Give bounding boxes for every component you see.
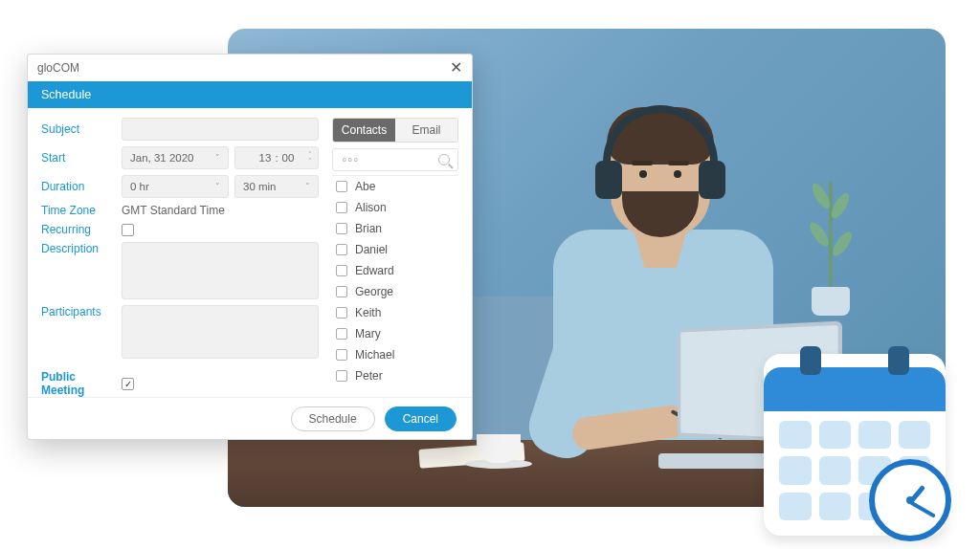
contact-item[interactable]: Abe: [332, 176, 458, 197]
contact-checkbox[interactable]: [336, 244, 347, 255]
start-time-input[interactable]: 13 : 00 ˄˅: [234, 146, 319, 169]
duration-hours-select[interactable]: 0 hr ˅: [122, 175, 229, 198]
contact-checkbox[interactable]: [336, 181, 347, 192]
contact-checkbox[interactable]: [336, 328, 347, 340]
start-hour: 13: [259, 152, 272, 164]
header-label: Schedule: [41, 88, 91, 101]
label-duration: Duration: [41, 180, 116, 193]
section-header: Schedule: [28, 81, 472, 108]
contact-list: AbeAlisonBrianDanielEdwardGeorgeKeithMar…: [332, 175, 458, 389]
contact-name: Edward: [355, 264, 394, 277]
participants-box[interactable]: [122, 305, 319, 359]
contact-item[interactable]: Edward: [332, 260, 458, 281]
search-icon: [438, 154, 450, 165]
tab-contacts[interactable]: Contacts: [333, 119, 395, 142]
contact-item[interactable]: Brian: [332, 218, 458, 239]
contact-name: Abe: [355, 180, 375, 193]
public-meeting-checkbox[interactable]: ✓: [122, 378, 134, 390]
label-participants: Participants: [41, 305, 116, 318]
window-title: gloCOM: [37, 61, 79, 75]
tab-email[interactable]: Email: [395, 119, 457, 142]
chevron-down-icon: ˅: [215, 153, 220, 163]
contact-name: Michael: [355, 348, 394, 362]
chevron-down-icon: ˅: [305, 182, 310, 191]
close-icon[interactable]: ✕: [450, 60, 462, 76]
contacts-column: Contacts Email ∘∘∘ AbeAlisonBrianDanielE…: [332, 118, 458, 389]
cancel-button[interactable]: Cancel: [385, 406, 457, 431]
contact-name: Mary: [355, 327, 381, 340]
contact-checkbox[interactable]: [336, 223, 347, 234]
share-icon: ∘∘∘: [341, 153, 358, 166]
start-date-select[interactable]: Jan, 31 2020 ˅: [122, 146, 229, 169]
duration-hours-value: 0 hr: [130, 181, 149, 192]
contact-name: Alison: [355, 201, 387, 214]
subject-input[interactable]: [122, 118, 319, 141]
time-separator: :: [275, 152, 278, 164]
label-public-meeting: Public Meeting: [41, 370, 116, 397]
contact-checkbox[interactable]: [336, 307, 347, 318]
contact-search-input[interactable]: ∘∘∘: [332, 148, 458, 171]
schedule-meeting-window: gloCOM ✕ Schedule Subject Start Jan, 31 …: [27, 54, 473, 440]
contact-checkbox[interactable]: [336, 265, 347, 276]
label-start: Start: [41, 151, 116, 165]
calendar-clock-icon: [764, 354, 946, 536]
form-column: Subject Start Jan, 31 2020 ˅ 13 : 00 ˄˅: [41, 118, 319, 389]
label-description: Description: [41, 242, 116, 255]
contact-checkbox[interactable]: [336, 349, 347, 361]
contact-item[interactable]: Samuel: [332, 386, 458, 389]
contact-name: George: [355, 285, 393, 298]
contact-item[interactable]: Keith: [332, 302, 458, 323]
duration-minutes-select[interactable]: 30 min ˅: [234, 175, 319, 198]
contact-checkbox[interactable]: [336, 370, 347, 382]
schedule-button[interactable]: Schedule: [291, 406, 375, 431]
label-subject: Subject: [41, 122, 116, 136]
duration-minutes-value: 30 min: [243, 181, 277, 192]
recurring-checkbox[interactable]: [122, 224, 134, 236]
contact-checkbox[interactable]: [336, 202, 347, 213]
contact-item[interactable]: Daniel: [332, 239, 458, 260]
contact-item[interactable]: Michael: [332, 344, 458, 365]
start-minute: 00: [282, 152, 295, 164]
chevron-down-icon: ˅: [215, 182, 220, 191]
titlebar: gloCOM ✕: [28, 55, 472, 81]
contact-item[interactable]: George: [332, 281, 458, 302]
start-date-value: Jan, 31 2020: [130, 152, 194, 164]
contact-checkbox[interactable]: [336, 286, 347, 297]
contact-name: Brian: [355, 222, 382, 235]
contact-name: Keith: [355, 306, 381, 319]
contact-name: Daniel: [355, 243, 388, 256]
label-recurring: Recurring: [41, 223, 116, 236]
contact-name: Peter: [355, 369, 383, 383]
participant-tabs: Contacts Email: [332, 118, 458, 143]
contact-item[interactable]: Alison: [332, 197, 458, 218]
timezone-value: GMT Standard Time: [122, 204, 225, 217]
time-spinner-icon[interactable]: ˄˅: [308, 151, 312, 165]
description-textarea[interactable]: [122, 242, 319, 299]
label-timezone: Time Zone: [41, 204, 116, 217]
dialog-footer: Schedule Cancel: [28, 397, 472, 439]
contact-item[interactable]: Peter: [332, 365, 458, 386]
contact-item[interactable]: Mary: [332, 323, 458, 344]
